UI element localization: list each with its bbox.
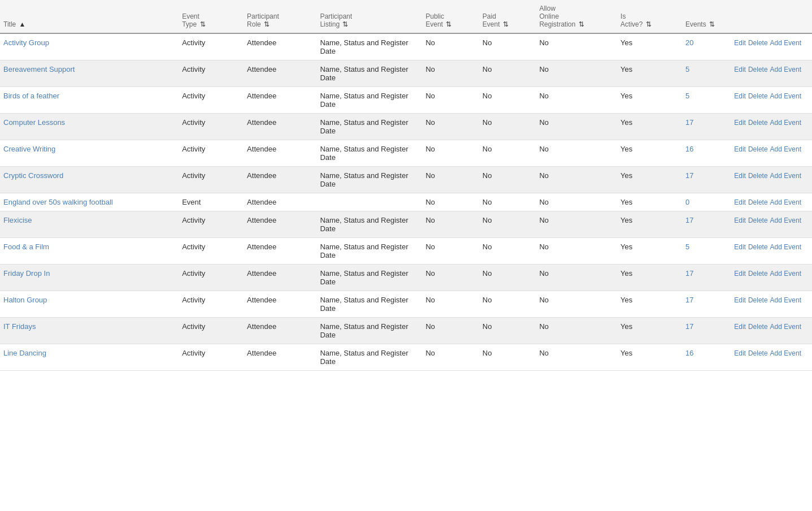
row-public-event: No (422, 114, 479, 140)
row-title-link[interactable]: Halton Group (3, 296, 47, 304)
row-allow-online: No (536, 87, 617, 114)
row-action-add-event[interactable]: Add Event (770, 323, 801, 331)
row-action-delete[interactable]: Delete (748, 243, 768, 251)
row-participant-listing: Name, Status and Register Date (316, 211, 422, 238)
row-action-add-event[interactable]: Add Event (770, 216, 801, 224)
row-events-count[interactable]: 17 (682, 167, 731, 193)
row-participant-role: Attendee (244, 318, 316, 344)
row-action-edit[interactable]: Edit (734, 349, 746, 357)
col-header-event-type[interactable]: EventType ⇅ (179, 0, 244, 33)
col-header-paid-event[interactable]: PaidEvent ⇅ (479, 0, 536, 33)
row-action-delete[interactable]: Delete (748, 172, 768, 180)
row-action-delete[interactable]: Delete (748, 270, 768, 278)
row-action-edit[interactable]: Edit (734, 216, 746, 224)
row-paid-event: No (479, 33, 536, 60)
row-public-event: No (422, 33, 479, 60)
row-title-link[interactable]: Activity Group (3, 38, 49, 47)
row-action-add-event[interactable]: Add Event (770, 39, 801, 47)
row-events-count[interactable]: 5 (682, 60, 731, 87)
row-title-link[interactable]: Birds of a feather (3, 92, 59, 100)
row-allow-online: No (536, 60, 617, 87)
sort-icon-participant-role: ⇅ (264, 20, 270, 28)
row-action-edit[interactable]: Edit (734, 296, 746, 304)
col-header-participant-listing[interactable]: ParticipantListing ⇅ (316, 0, 422, 33)
row-action-edit[interactable]: Edit (734, 198, 746, 206)
row-action-add-event[interactable]: Add Event (770, 270, 801, 278)
row-is-active: Yes (617, 33, 682, 60)
row-action-delete[interactable]: Delete (748, 323, 768, 331)
table-row: England over 50s walking footballEventAt… (0, 193, 812, 211)
row-actions: EditDeleteAdd Event (731, 60, 812, 87)
row-events-count[interactable]: 17 (682, 211, 731, 238)
row-allow-online: No (536, 167, 617, 193)
row-action-edit[interactable]: Edit (734, 323, 746, 331)
row-action-delete[interactable]: Delete (748, 145, 768, 153)
row-events-count[interactable]: 5 (682, 87, 731, 114)
row-events-count[interactable]: 17 (682, 291, 731, 318)
col-header-events[interactable]: Events ⇅ (682, 0, 731, 33)
row-action-edit[interactable]: Edit (734, 243, 746, 251)
row-title-link[interactable]: Bereavement Support (3, 65, 75, 73)
row-action-add-event[interactable]: Add Event (770, 145, 801, 153)
col-header-participant-role[interactable]: ParticipantRole ⇅ (244, 0, 316, 33)
row-action-delete[interactable]: Delete (748, 349, 768, 357)
row-public-event: No (422, 87, 479, 114)
row-title-link[interactable]: Line Dancing (3, 349, 46, 357)
row-event-type: Activity (179, 291, 244, 318)
row-action-edit[interactable]: Edit (734, 172, 746, 180)
table-row: Food & a FilmActivityAttendeeName, Statu… (0, 238, 812, 265)
row-actions: EditDeleteAdd Event (731, 140, 812, 167)
row-action-delete[interactable]: Delete (748, 92, 768, 100)
row-action-add-event[interactable]: Add Event (770, 243, 801, 251)
row-title-link[interactable]: Food & a Film (3, 242, 49, 251)
row-events-count[interactable]: 16 (682, 344, 731, 371)
row-action-edit[interactable]: Edit (734, 66, 746, 73)
row-public-event: No (422, 265, 479, 291)
row-title-link[interactable]: Creative Writing (3, 145, 55, 153)
row-action-add-event[interactable]: Add Event (770, 198, 801, 206)
row-action-delete[interactable]: Delete (748, 296, 768, 304)
row-action-add-event[interactable]: Add Event (770, 349, 801, 357)
col-header-actions (731, 0, 812, 33)
row-allow-online: No (536, 211, 617, 238)
row-action-delete[interactable]: Delete (748, 39, 768, 47)
row-events-count[interactable]: 16 (682, 140, 731, 167)
row-title-link[interactable]: Cryptic Crossword (3, 171, 63, 180)
row-action-delete[interactable]: Delete (748, 119, 768, 127)
row-action-edit[interactable]: Edit (734, 119, 746, 127)
row-action-edit[interactable]: Edit (734, 92, 746, 100)
row-title-link[interactable]: IT Fridays (3, 322, 36, 331)
row-action-add-event[interactable]: Add Event (770, 172, 801, 180)
row-events-count[interactable]: 17 (682, 318, 731, 344)
row-events-count[interactable]: 5 (682, 238, 731, 265)
row-title-link[interactable]: Flexicise (3, 216, 32, 224)
row-paid-event: No (479, 193, 536, 211)
row-title-link[interactable]: Computer Lessons (3, 118, 65, 127)
row-action-add-event[interactable]: Add Event (770, 66, 801, 73)
row-events-count[interactable]: 20 (682, 33, 731, 60)
row-events-count[interactable]: 17 (682, 114, 731, 140)
row-action-add-event[interactable]: Add Event (770, 119, 801, 127)
row-action-delete[interactable]: Delete (748, 216, 768, 224)
col-header-allow-online[interactable]: AllowOnlineRegistration ⇅ (536, 0, 617, 33)
row-participant-role: Attendee (244, 211, 316, 238)
row-events-count[interactable]: 0 (682, 193, 731, 211)
row-action-add-event[interactable]: Add Event (770, 92, 801, 100)
row-action-edit[interactable]: Edit (734, 145, 746, 153)
row-participant-role: Attendee (244, 193, 316, 211)
row-participant-listing: Name, Status and Register Date (316, 318, 422, 344)
row-action-delete[interactable]: Delete (748, 66, 768, 73)
row-action-edit[interactable]: Edit (734, 270, 746, 278)
row-title-link[interactable]: Friday Drop In (3, 269, 50, 278)
row-events-count[interactable]: 17 (682, 265, 731, 291)
row-action-add-event[interactable]: Add Event (770, 296, 801, 304)
col-header-is-active[interactable]: IsActive? ⇅ (617, 0, 682, 33)
row-title-link[interactable]: England over 50s walking football (3, 198, 113, 206)
row-action-edit[interactable]: Edit (734, 39, 746, 47)
row-is-active: Yes (617, 60, 682, 87)
col-header-public-event[interactable]: PublicEvent ⇅ (422, 0, 479, 33)
row-is-active: Yes (617, 291, 682, 318)
row-public-event: No (422, 238, 479, 265)
row-action-delete[interactable]: Delete (748, 198, 768, 206)
col-header-title[interactable]: Title ▲ (0, 0, 179, 33)
